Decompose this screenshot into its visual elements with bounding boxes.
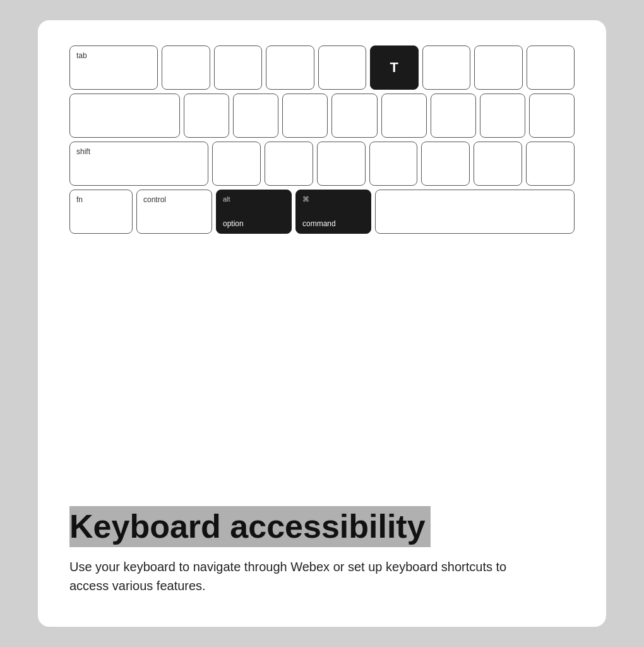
text-section: Keyboard accessibility Use your keyboard… (69, 506, 575, 595)
key-r1k7 (422, 45, 471, 90)
key-r1k2 (162, 45, 210, 90)
keyboard-diagram: tab T shift (69, 45, 575, 234)
key-r2k6 (381, 94, 427, 138)
fn-key-label: fn (76, 195, 83, 204)
key-r3k7 (474, 142, 522, 186)
key-r2k4 (282, 94, 328, 138)
key-r1k9 (527, 45, 575, 90)
option-key: alt option (216, 190, 292, 234)
page-description: Use your keyboard to navigate through We… (69, 557, 511, 595)
key-T-label: T (390, 59, 398, 76)
key-r3k8 (526, 142, 575, 186)
key-r2k8 (480, 94, 525, 138)
key-r3k3 (265, 142, 313, 186)
shift-key: shift (69, 142, 208, 186)
tab-key: tab (69, 45, 158, 90)
key-r3k2 (212, 142, 261, 186)
shift-key-label: shift (76, 147, 90, 156)
key-r2k3 (233, 94, 278, 138)
key-r3k6 (421, 142, 470, 186)
fn-key: fn (69, 190, 133, 234)
keyboard-row-4: fn control alt option ⌘ command (69, 190, 575, 234)
keyboard-row-3: shift (69, 142, 575, 186)
card: tab T shift (38, 20, 606, 627)
keyboard-row-2 (69, 94, 575, 138)
keyboard-row-1: tab T (69, 45, 575, 90)
key-r2k9 (529, 94, 575, 138)
command-key: ⌘ command (295, 190, 371, 234)
key-r1k8 (474, 45, 523, 90)
page-title: Keyboard accessibility (69, 508, 426, 545)
key-r2k7 (431, 94, 476, 138)
key-r2k2 (184, 94, 229, 138)
key-r3k5 (369, 142, 418, 186)
command-key-icon: ⌘ (302, 195, 309, 203)
key-T: T (370, 45, 419, 90)
key-r1k4 (266, 45, 314, 90)
space-key (375, 190, 575, 234)
command-key-label: command (302, 219, 336, 228)
key-r1k5 (318, 45, 367, 90)
key-r2k1 (69, 94, 180, 138)
option-key-label: option (223, 219, 244, 228)
tab-key-label: tab (76, 51, 87, 60)
control-key: control (136, 190, 212, 234)
key-r3k4 (317, 142, 366, 186)
control-key-label: control (143, 195, 166, 204)
key-r1k3 (214, 45, 263, 90)
key-r2k5 (331, 94, 377, 138)
title-highlight: Keyboard accessibility (69, 506, 431, 547)
option-key-alt-label: alt (223, 195, 230, 203)
